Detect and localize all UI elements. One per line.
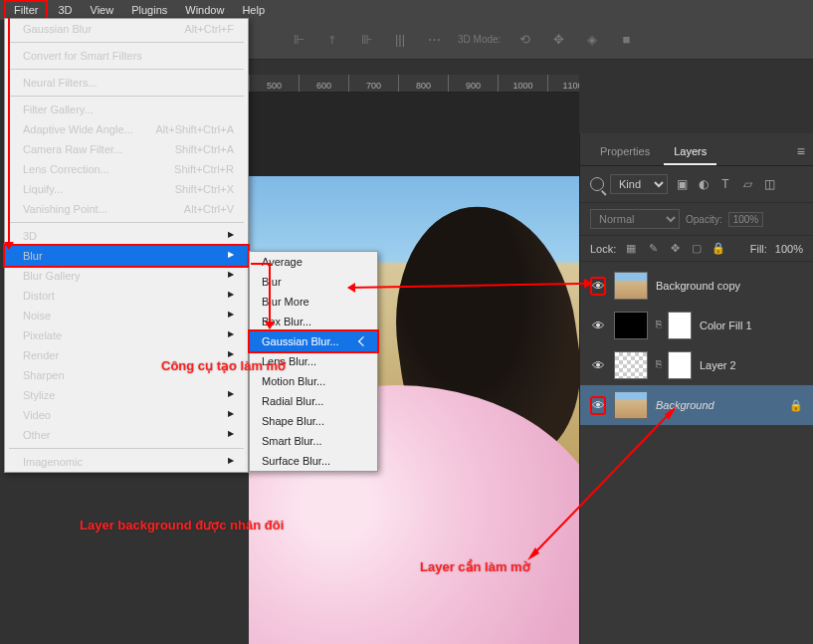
panel-menu-icon[interactable]: ≡ (797, 143, 805, 159)
lock-icon: 🔒 (789, 399, 803, 412)
annotation-arrow (269, 263, 271, 328)
tab-layers[interactable]: Layers (664, 139, 716, 165)
lock-pixels-icon[interactable]: ✎ (646, 242, 660, 255)
menu-3d[interactable]: 3D (50, 2, 80, 18)
menu-vanishing-point[interactable]: Vanishing Point...Alt+Ctrl+V (5, 199, 248, 219)
filter-adjust-icon[interactable]: ◐ (696, 176, 711, 192)
layer-row[interactable]: 👁 Background copy (580, 266, 813, 306)
menu-stylize-sub[interactable]: Stylize (5, 385, 248, 405)
ruler-tick: 1000 (498, 75, 547, 92)
ruler-tick: 900 (448, 75, 498, 92)
layer-row[interactable]: 👁 ⎘ Color Fill 1 (580, 306, 813, 345)
pan-icon[interactable]: ✥ (548, 32, 568, 48)
layer-name[interactable]: Background copy (656, 280, 803, 292)
camera-icon[interactable]: ■ (616, 32, 636, 48)
menu-liquify[interactable]: Liquify...Shift+Ctrl+X (5, 179, 248, 199)
menu-filter[interactable]: Filter (4, 0, 48, 20)
ruler-tick: 700 (348, 75, 398, 92)
tab-properties[interactable]: Properties (590, 139, 660, 165)
layer-name[interactable]: Color Fill 1 (700, 320, 803, 331)
fill-label: Fill: (750, 243, 767, 255)
layer-thumbnail[interactable] (614, 312, 648, 339)
menu-convert-smart[interactable]: Convert for Smart Filters (5, 46, 248, 66)
blur-surface[interactable]: Surface Blur... (250, 451, 377, 471)
layer-row[interactable]: 👁 ⎘ Layer 2 (580, 345, 813, 385)
menu-plugins[interactable]: Plugins (123, 2, 175, 18)
blend-row: Normal Opacity: 100% (580, 203, 813, 236)
layer-thumbnail[interactable] (614, 272, 648, 300)
lock-artboard-icon[interactable]: ▢ (690, 242, 704, 255)
layers-list: 👁 Background copy 👁 ⎘ Color Fill 1 👁 ⎘ L… (580, 262, 813, 429)
ruler: 500 600 700 800 900 1000 1100 1200 1300 … (249, 75, 579, 93)
filter-smart-icon[interactable]: ◫ (761, 176, 777, 192)
filter-kind-select[interactable]: Kind (610, 174, 668, 194)
filter-shape-icon[interactable]: ▱ (739, 176, 755, 192)
layers-panel: Properties Layers ≡ Kind ▣ ◐ T ▱ ◫ Norma… (579, 133, 813, 644)
menu-filter-gallery[interactable]: Filter Gallery... (5, 100, 248, 119)
blur-radial[interactable]: Radial Blur... (250, 391, 377, 411)
annotation-arrow (527, 406, 677, 560)
menu-help[interactable]: Help (234, 2, 273, 18)
separator (9, 222, 244, 223)
ruler-tick: 1100 (547, 75, 579, 92)
separator (9, 448, 244, 449)
align-left-icon[interactable]: ⊩ (289, 32, 308, 48)
menu-noise-sub[interactable]: Noise (5, 306, 248, 325)
menu-other-sub[interactable]: Other (5, 425, 248, 445)
lock-all-icon[interactable]: ▦ (624, 242, 638, 255)
menu-lens-correction[interactable]: Lens Correction...Shift+Ctrl+R (5, 159, 248, 179)
separator (9, 69, 244, 70)
menu-distort-sub[interactable]: Distort (5, 286, 248, 306)
more-icon[interactable]: ⋯ (424, 32, 444, 48)
separator (9, 42, 244, 43)
menu-imagenomic-sub[interactable]: Imagenomic (5, 452, 248, 472)
annotation-target-label: Layer cần làm mờ (420, 559, 530, 574)
filter-menu-dropdown: Gaussian BlurAlt+Ctrl+F Convert for Smar… (4, 18, 249, 473)
menu-pixelate-sub[interactable]: Pixelate (5, 325, 248, 345)
menu-video-sub[interactable]: Video (5, 405, 248, 425)
menu-blur-sub[interactable]: Blur (3, 244, 250, 268)
align-center-icon[interactable]: ⫯ (322, 32, 342, 48)
orbit-icon[interactable]: ⟲ (514, 32, 534, 48)
blend-mode-select[interactable]: Normal (590, 209, 680, 229)
lock-label: Lock: (590, 243, 616, 255)
visibility-toggle[interactable]: 👁 (590, 358, 606, 373)
link-icon: ⎘ (656, 358, 664, 372)
blur-shape[interactable]: Shape Blur... (250, 411, 377, 431)
panel-tabs: Properties Layers ≡ (580, 133, 813, 166)
layer-mask[interactable] (668, 351, 692, 379)
lock-row: Lock: ▦ ✎ ✥ ▢ 🔒 Fill: 100% (580, 236, 813, 262)
menu-3d-sub[interactable]: 3D (5, 226, 248, 246)
dolly-icon[interactable]: ◈ (582, 32, 602, 48)
annotation-tool-label: Công cụ tạo làm mờ (161, 358, 286, 373)
blur-motion[interactable]: Motion Blur... (250, 371, 377, 391)
menu-last-filter[interactable]: Gaussian BlurAlt+Ctrl+F (5, 19, 248, 39)
layer-mask[interactable] (668, 312, 692, 339)
fill-value[interactable]: 100% (775, 243, 803, 255)
annotation-arrow (251, 263, 271, 265)
layer-filter-row: Kind ▣ ◐ T ▱ ◫ (580, 166, 813, 203)
align-right-icon[interactable]: ⊪ (356, 32, 376, 48)
distribute-icon[interactable]: ||| (390, 32, 410, 48)
layer-thumbnail[interactable] (614, 351, 648, 379)
link-icon: ⎘ (656, 319, 664, 332)
menu-view[interactable]: View (83, 2, 122, 18)
filter-type-icon[interactable]: T (717, 176, 733, 192)
visibility-toggle[interactable]: 👁 (590, 319, 606, 333)
options-bar: ⊩ ⫯ ⊪ ||| ⋯ 3D Mode: ⟲ ✥ ◈ ■ (249, 20, 813, 60)
annotation-dup-label: Layer background được nhân đôi (80, 518, 284, 533)
menu-camera-raw[interactable]: Camera Raw Filter...Shift+Ctrl+A (5, 139, 248, 159)
menu-window[interactable]: Window (177, 2, 232, 18)
menu-neural-filters[interactable]: Neural Filters... (5, 73, 248, 93)
lock-position-icon[interactable]: ✥ (668, 242, 682, 255)
ruler-tick: 800 (398, 75, 448, 92)
menu-adaptive-wide-angle[interactable]: Adaptive Wide Angle...Alt+Shift+Ctrl+A (5, 119, 248, 139)
opacity-value[interactable]: 100% (728, 212, 764, 227)
menu-blur-gallery-sub[interactable]: Blur Gallery (5, 266, 248, 286)
layer-name[interactable]: Layer 2 (700, 359, 803, 371)
filter-pixel-icon[interactable]: ▣ (674, 176, 690, 192)
annotation-arrow (8, 18, 10, 249)
lock-icon[interactable]: 🔒 (711, 242, 725, 255)
ruler-tick: 600 (299, 75, 348, 92)
blur-smart[interactable]: Smart Blur... (250, 431, 377, 451)
